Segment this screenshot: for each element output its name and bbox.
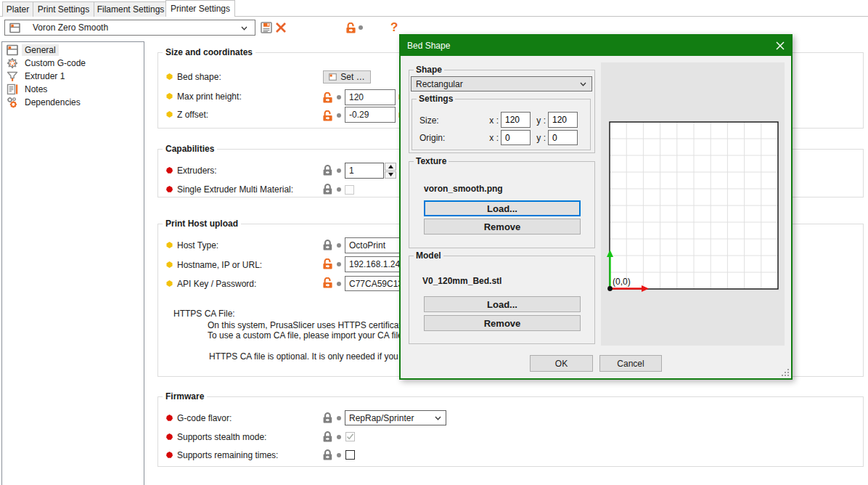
stealth-mode-checkbox[interactable] xyxy=(345,432,355,441)
dot-icon xyxy=(337,168,341,173)
sidebar-item-extruder-1[interactable]: Extruder 1 xyxy=(7,70,67,83)
tab-label: Filament Settings xyxy=(97,4,165,15)
sidebar-item-dependencies[interactable]: Dependencies xyxy=(7,96,83,109)
extruders-label: Extruders: xyxy=(177,165,217,176)
sidebar-item-notes[interactable]: Notes xyxy=(7,83,50,96)
texture-group: Texture voron_smooth.png Load... Remove xyxy=(409,161,595,248)
texture-remove-button[interactable]: Remove xyxy=(424,219,581,235)
dot-icon xyxy=(337,187,341,192)
dot-icon xyxy=(337,262,341,266)
dialog-title: Bed Shape xyxy=(407,41,450,51)
tab-plater[interactable]: Plater xyxy=(2,1,33,17)
shape-combobox[interactable]: Rectangular xyxy=(411,76,592,91)
lock-open-icon[interactable] xyxy=(323,110,332,121)
remaining-times-checkbox[interactable] xyxy=(345,450,355,460)
system-bullet-icon xyxy=(166,433,173,440)
printer-bed-icon xyxy=(7,44,18,56)
modified-bullet-icon xyxy=(166,280,173,287)
printer-preset-combobox[interactable]: Voron Zero Smooth xyxy=(4,20,255,36)
origin-x-input[interactable] xyxy=(501,130,531,145)
system-bullet-icon xyxy=(166,415,173,421)
x-label: x : xyxy=(484,132,499,144)
https-ca-file-label: HTTPS CA File: xyxy=(173,308,235,319)
dialog-close-button[interactable] xyxy=(775,41,785,51)
modified-bullet-icon xyxy=(166,242,173,248)
y-label: y : xyxy=(533,115,546,126)
resize-grip[interactable] xyxy=(781,368,789,376)
group-title: Shape xyxy=(414,65,444,75)
semm-label: Single Extruder Multi Material: xyxy=(177,184,293,195)
x-label: x : xyxy=(484,115,499,126)
bed-icon xyxy=(329,73,337,81)
texture-load-button[interactable]: Load... xyxy=(424,200,581,216)
delete-preset-icon[interactable] xyxy=(275,22,287,33)
tab-print-settings[interactable]: Print Settings xyxy=(33,1,94,17)
dialog-titlebar[interactable]: Bed Shape xyxy=(401,36,791,56)
z-offset-input[interactable] xyxy=(345,107,396,123)
preset-name: Voron Zero Smooth xyxy=(33,23,108,33)
lock-closed-icon[interactable] xyxy=(323,184,332,195)
dot-icon xyxy=(337,453,341,457)
origin-label: (0,0) xyxy=(613,277,631,287)
extruders-spinner: 1 xyxy=(345,163,396,179)
semm-checkbox[interactable] xyxy=(345,185,354,195)
max-print-height-input[interactable] xyxy=(345,89,396,105)
help-icon[interactable]: ? xyxy=(390,20,398,35)
sidebar-item-custom-gcode[interactable]: Custom G-code xyxy=(7,57,89,70)
checkmark-icon xyxy=(346,433,354,441)
button-label: Cancel xyxy=(617,359,644,369)
bed-shape-dialog: Bed Shape Shape Rectangular Settings Siz… xyxy=(399,34,793,380)
model-load-button[interactable]: Load... xyxy=(424,296,581,312)
lock-open-icon[interactable] xyxy=(346,23,356,33)
dot-icon xyxy=(337,435,341,439)
section-title: Firmware xyxy=(163,391,207,402)
cancel-button[interactable]: Cancel xyxy=(599,355,662,372)
lock-open-icon[interactable] xyxy=(323,258,332,269)
sidebar-item-general[interactable]: General xyxy=(7,44,59,57)
lock-closed-icon[interactable] xyxy=(323,165,332,176)
tab-printer-settings[interactable]: Printer Settings xyxy=(165,0,235,17)
dot-icon xyxy=(337,416,341,420)
max-print-height-label: Max print height: xyxy=(177,91,242,102)
modified-bullet-icon xyxy=(166,93,173,99)
triangle-up-icon xyxy=(388,165,393,168)
tab-label: Printer Settings xyxy=(171,4,230,14)
lock-closed-icon[interactable] xyxy=(323,240,332,250)
tab-label: Print Settings xyxy=(38,4,89,15)
model-remove-button[interactable]: Remove xyxy=(424,315,581,331)
z-offset-label: Z offset: xyxy=(177,109,208,121)
size-y-input[interactable] xyxy=(548,112,578,128)
dot-icon xyxy=(337,113,341,118)
group-title: Model xyxy=(414,250,443,261)
gears-icon xyxy=(7,97,18,108)
extruders-input[interactable]: 1 xyxy=(345,163,384,179)
tab-filament-settings[interactable]: Filament Settings xyxy=(94,1,168,17)
sidebar-item-label: Extruder 1 xyxy=(22,70,67,82)
spin-down-button[interactable] xyxy=(385,171,396,179)
section-firmware: Firmware G-code flavor: RepRap/Sprinter … xyxy=(157,396,864,467)
lock-closed-icon[interactable] xyxy=(323,431,332,442)
bed-shape-set-button[interactable]: Set … xyxy=(323,70,371,83)
save-preset-icon[interactable] xyxy=(261,22,272,33)
note-icon xyxy=(7,83,18,95)
lock-closed-icon[interactable] xyxy=(323,449,332,460)
dot-icon xyxy=(337,95,341,99)
origin-y-input[interactable] xyxy=(548,130,578,145)
ok-button[interactable]: OK xyxy=(530,355,593,372)
lock-open-icon[interactable] xyxy=(323,92,332,103)
bed-preview: (0,0) xyxy=(601,62,785,346)
remaining-times-label: Supports remaining times: xyxy=(177,449,278,461)
lock-open-icon[interactable] xyxy=(323,277,332,288)
gcode-flavor-combobox[interactable]: RepRap/Sprinter xyxy=(345,410,446,425)
printer-preset-icon xyxy=(9,23,20,33)
group-title: Texture xyxy=(414,156,449,166)
sidebar-item-label: General xyxy=(22,44,59,56)
section-title: Capabilities xyxy=(163,144,217,154)
model-group: Model V0_120mm_Bed.stl Load... Remove xyxy=(409,256,595,344)
modified-bullet-icon xyxy=(166,111,173,118)
size-x-input[interactable] xyxy=(501,112,531,128)
spin-up-button[interactable] xyxy=(385,163,396,171)
hostname-label: Hostname, IP or URL: xyxy=(177,259,262,271)
origin-label: Origin: xyxy=(419,132,445,144)
lock-closed-icon[interactable] xyxy=(323,412,332,423)
